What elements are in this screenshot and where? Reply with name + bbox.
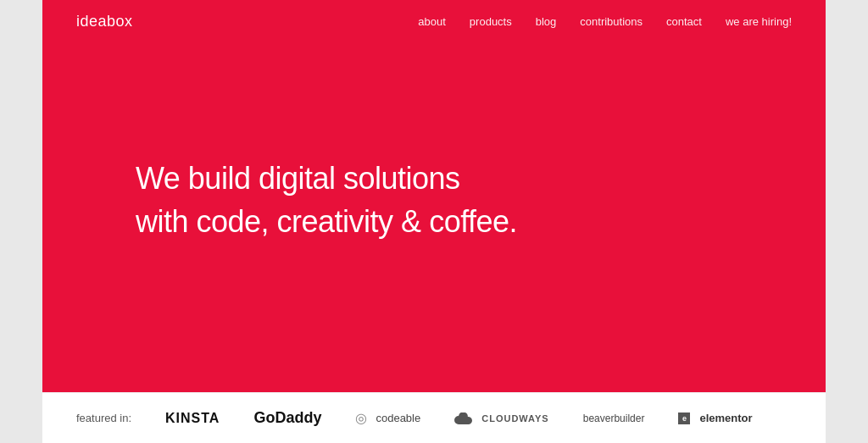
nav-hiring[interactable]: we are hiring! — [726, 15, 792, 28]
codeable-logo: codeable — [376, 412, 420, 424]
elementor-icon: e — [678, 413, 690, 424]
nav-contributions[interactable]: contributions — [580, 15, 643, 28]
header: ideabox about products blog contribution… — [42, 0, 826, 42]
brand-godaddy: GoDaddy — [253, 409, 321, 427]
kinsta-logo: KINSTA — [165, 411, 220, 426]
codeable-icon: ◎ — [355, 410, 367, 426]
cloudways-icon — [454, 413, 473, 424]
cloudways-logo: CLOUDWAYS — [481, 413, 549, 424]
hero-line-1: We build digital solutions — [136, 161, 460, 196]
hero-section: We build digital solutions with code, cr… — [42, 42, 826, 392]
main-nav: about products blog contributions contac… — [418, 15, 792, 28]
featured-label: featured in: — [76, 412, 131, 424]
nav-about[interactable]: about — [418, 15, 446, 28]
elementor-logo: elementor — [699, 412, 752, 424]
nav-products[interactable]: products — [470, 15, 512, 28]
hero-headline: We build digital solutions with code, cr… — [136, 158, 517, 243]
nav-contact[interactable]: contact — [666, 15, 702, 28]
brand-elementor: e elementor — [678, 412, 752, 424]
beaverbuilder-logo: beaverbuilder — [583, 413, 645, 424]
brand-kinsta: KINSTA — [165, 411, 220, 426]
page-wrapper: ideabox about products blog contribution… — [42, 0, 826, 443]
brand-logos: KINSTA GoDaddy ◎ codeable CLOUDWAYS beav… — [165, 409, 792, 427]
hero-line-2: with code, creativity & coffee. — [136, 204, 517, 239]
logo[interactable]: ideabox — [76, 13, 133, 30]
featured-bar: featured in: KINSTA GoDaddy ◎ codeable C… — [42, 392, 826, 443]
brand-codeable: ◎ codeable — [355, 410, 420, 426]
nav-blog[interactable]: blog — [536, 15, 557, 28]
hero-text: We build digital solutions with code, cr… — [136, 158, 517, 243]
brand-beaverbuilder: beaverbuilder — [583, 413, 645, 424]
brand-cloudways: CLOUDWAYS — [454, 413, 549, 424]
godaddy-logo: GoDaddy — [253, 409, 321, 427]
